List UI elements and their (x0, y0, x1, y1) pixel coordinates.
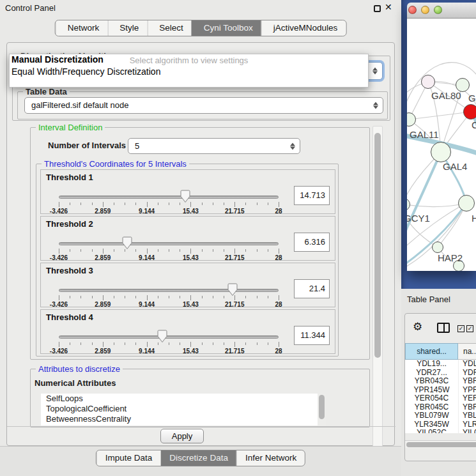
slider-scale: -3.426 2.859 9.144 15.43 21.715 (59, 254, 279, 261)
cyni-mode-tabs: Impute Data Discretize Data Infer Networ… (96, 450, 305, 466)
scale-label: 15.43 (183, 254, 199, 261)
network-canvas[interactable]: GAL80 GA C GAL11 GAL4 GCY1 H HAP2 (407, 19, 476, 271)
threshold-value-field[interactable]: 6.316 (294, 233, 330, 252)
slider-track[interactable] (59, 196, 279, 199)
table-row[interactable]: YER054C YER0 (405, 394, 476, 403)
table-row[interactable]: YPR145W YPR1 (405, 386, 476, 395)
scale-label: 9.144 (139, 301, 155, 308)
tab[interactable]: jActiveMNodules (261, 20, 346, 36)
combo-stepper-icon (290, 142, 295, 150)
slider-thumb[interactable] (180, 190, 190, 203)
threshold-coordinates-group: Threshold's Coordinates for 5 Intervals … (36, 164, 339, 357)
attribute-item[interactable]: TopologicalCoefficient (41, 404, 326, 414)
split-columns-icon[interactable] (437, 323, 450, 333)
checkbox-checked-icon[interactable]: ✓ (457, 325, 464, 332)
attributes-scrollbar[interactable] (318, 394, 326, 426)
minimize-traffic-light-icon[interactable] (421, 6, 429, 14)
table-hscrollbar-thumb[interactable] (406, 442, 476, 447)
slider-thumb[interactable] (157, 330, 167, 343)
slider-track[interactable] (59, 289, 279, 292)
slider-scale: -3.426 2.859 9.144 15.43 21.715 (59, 208, 279, 215)
table-row[interactable]: YDL19... YDL1 (405, 360, 476, 369)
attribute-item[interactable]: SelfLoops (41, 394, 326, 404)
slider-ticks (59, 249, 279, 254)
table-row[interactable]: YDR27... YDR2 (405, 369, 476, 378)
tab[interactable]: Infer Network (236, 450, 305, 466)
slider-ticks (59, 295, 279, 301)
tab[interactable]: Select (147, 20, 192, 36)
attribute-item[interactable]: BetweennessCentrality (41, 414, 326, 424)
table-row[interactable]: YIL052C YIL0 (405, 429, 476, 433)
attributes-scrollbar-thumb[interactable] (319, 395, 325, 419)
slider-track[interactable] (59, 242, 279, 245)
settings-scrollbar-thumb[interactable] (374, 133, 381, 358)
interval-definition-group: Interval Definition Number of Intervals … (30, 127, 370, 360)
scale-label: 21.715 (225, 348, 245, 355)
group-title: Threshold's Coordinates for 5 Intervals (42, 159, 189, 169)
tab-label: Impute Data (105, 450, 153, 466)
scale-label: 21.715 (225, 208, 245, 215)
threshold-value-field[interactable]: 21.4 (294, 279, 330, 298)
table-row[interactable]: YBL079W YBL0 (405, 411, 476, 420)
tab[interactable]: Impute Data (96, 450, 161, 466)
float-window-icon[interactable] (374, 5, 381, 12)
scale-label: -3.426 (50, 208, 68, 215)
table-data-combobox[interactable]: galFiltered.sif default node (24, 97, 383, 114)
control-panel-tabs: Network Style Select Cyni Toolbox (55, 20, 347, 36)
network-node[interactable] (463, 104, 476, 119)
slider-ticks (59, 342, 279, 348)
apply-button[interactable]: Apply (160, 429, 204, 443)
close-icon[interactable]: ✕ (385, 2, 392, 12)
network-node[interactable] (431, 142, 451, 162)
tab[interactable]: Discretize Data (160, 450, 236, 466)
tab-label: Cyni Toolbox (204, 20, 253, 36)
close-traffic-light-icon[interactable] (408, 6, 417, 14)
cell-shared-name: YPR145W (405, 386, 458, 395)
tab[interactable]: Network (56, 20, 108, 36)
cell-name: YBR0 (458, 377, 476, 386)
scale-label: 2.859 (95, 254, 111, 261)
network-node[interactable] (458, 195, 475, 211)
dropdown-option[interactable]: Equal Width/Frequency Discretization (12, 66, 367, 77)
tab-label: Infer Network (245, 450, 296, 466)
table-data-group: Table Data galFiltered.sif default node (17, 91, 388, 119)
checkbox-checked-icon[interactable]: ✓ (466, 325, 473, 332)
scale-label: -3.426 (50, 254, 68, 261)
column-header-shared-name[interactable]: shared... (405, 343, 458, 360)
threshold-slider[interactable] (59, 288, 279, 294)
tab[interactable]: Style (107, 20, 147, 36)
table-row[interactable]: YBR043C YBR0 (405, 377, 476, 386)
network-node[interactable] (432, 242, 443, 253)
threshold-slider[interactable] (59, 334, 279, 341)
gear-icon[interactable]: ⚙ (413, 320, 422, 334)
dropdown-option[interactable]: Manual Discretization (12, 54, 367, 65)
threshold-value-field[interactable]: 14.713 (294, 186, 330, 205)
threshold-value-field[interactable]: 11.344 (294, 326, 330, 345)
slider-thumb[interactable] (122, 236, 132, 250)
scale-label: 15.43 (183, 301, 199, 308)
column-header-name[interactable]: na... (458, 343, 476, 360)
screen: Control Panel ✕ Network Style Select (0, 0, 476, 476)
cell-shared-name: YBR043C (405, 377, 458, 386)
table-row[interactable]: YLR345W YLR3 (405, 420, 476, 429)
num-intervals-combobox[interactable]: 5 (128, 138, 300, 154)
combo-stepper-icon (373, 102, 378, 109)
tab-label: Discretize Data (169, 450, 228, 466)
threshold-slider[interactable] (59, 194, 279, 201)
slider-track[interactable] (59, 335, 279, 339)
tab[interactable]: Cyni Toolbox (192, 20, 261, 36)
threshold-slider[interactable] (59, 241, 279, 247)
tab-label: jActiveMNodules (273, 20, 338, 36)
network-node[interactable] (421, 75, 435, 89)
scale-label: -3.426 (50, 301, 68, 308)
slider-ticks (59, 202, 279, 208)
zoom-traffic-light-icon[interactable] (434, 6, 442, 14)
network-view-window: GAL80 GA C GAL11 GAL4 GCY1 H HAP2 (407, 3, 476, 271)
table-horizontal-scrollbar[interactable] (405, 440, 476, 448)
bottom-tab-strip: Impute Data Discretize Data Infer Networ… (0, 446, 401, 476)
table-row[interactable]: YBR045C YBR0 (405, 403, 476, 412)
numerical-attributes-label: Numerical Attributes (35, 378, 116, 388)
scale-label: 2.859 (95, 208, 111, 215)
settings-scrollbar[interactable] (372, 126, 383, 468)
slider-thumb[interactable] (227, 283, 238, 296)
